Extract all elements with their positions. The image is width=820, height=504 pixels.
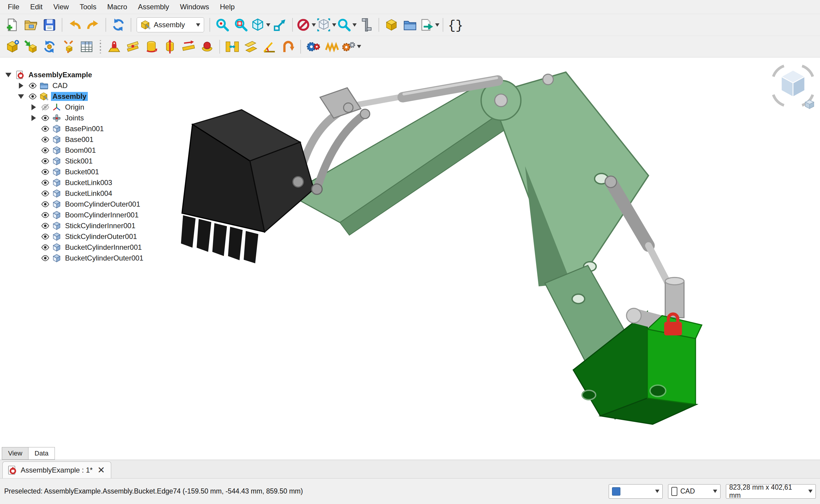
menu-help[interactable]: Help [215,0,240,14]
tree-item-document[interactable]: AssemblyExample [4,69,145,80]
tree-item-cad[interactable]: CAD [4,80,145,91]
joint-revolute-button[interactable] [142,38,160,56]
exploded-view-button[interactable] [59,38,77,56]
tree-item-base001[interactable]: Base001 [4,134,145,145]
export-link-button[interactable] [420,16,439,34]
create-group-button[interactable] [401,16,419,34]
tree-item-boomcylinderinner001[interactable]: BoomCylinderInner001 [4,210,145,220]
joint-slider-button[interactable] [179,38,197,56]
visibility-eye-icon[interactable] [41,200,50,209]
joint-perpendicular-button[interactable] [279,38,297,56]
tree-item-bucketlink003[interactable]: BucketLink003 [4,177,145,188]
expand-arrow-icon[interactable] [29,113,38,123]
visibility-eye-icon[interactable] [41,178,50,187]
solve-assembly-button[interactable] [40,38,58,56]
tree-item-bucket001[interactable]: Bucket001 [4,167,145,177]
zoom-fit-all-button[interactable] [214,16,232,34]
navcube-mini-cube[interactable] [805,100,814,108]
visibility-eye-icon[interactable] [41,221,50,230]
tree-item-joints[interactable]: Joints [4,113,145,123]
tree-item-boomcylinderouter001[interactable]: BoomCylinderOuter001 [4,199,145,210]
measure-button[interactable] [357,16,375,34]
tree-item-bucketlink004[interactable]: BucketLink004 [4,188,145,199]
joint-parallel-button[interactable] [242,38,260,56]
expand-arrow-icon[interactable] [16,81,26,90]
refresh-button[interactable] [109,16,127,34]
grounded-lock-badge[interactable] [664,322,682,335]
toggle-grounded-button[interactable] [105,38,123,56]
tree-item-assembly[interactable]: Assembly [4,91,145,102]
expand-arrow-icon[interactable] [4,70,13,80]
tree-item-stick001[interactable]: Stick001 [4,156,145,167]
visibility-eye-icon[interactable] [41,243,50,252]
joint-gear-belt-button[interactable] [341,38,361,56]
visibility-eye-icon[interactable] [28,92,37,101]
tree-item-bucketcylinderouter001[interactable]: BucketCylinderOuter001 [4,253,145,264]
redo-button[interactable] [84,16,102,34]
tree-item-origin[interactable]: Origin [4,102,145,113]
menu-file[interactable]: File [2,0,25,14]
visibility-eye-icon[interactable] [41,189,50,198]
viewport-size-combo[interactable]: 823,28 mm x 402,61 mm [726,484,816,499]
selection-box-button[interactable] [317,16,336,34]
save-document-button[interactable] [40,16,58,34]
visibility-eye-off-icon[interactable] [41,103,50,112]
tree-item-stickcylinderouter001[interactable]: StickCylinderOuter001 [4,231,145,242]
boom-plate-mesh[interactable] [481,72,648,300]
joint-ball-button[interactable] [198,38,216,56]
visibility-eye-icon[interactable] [41,124,50,133]
joint-rack-pinion-button[interactable] [323,38,341,56]
visibility-eye-icon[interactable] [41,157,50,166]
toolbar-drag-handle[interactable] [99,40,102,53]
sync-view-button[interactable] [271,16,289,34]
visibility-eye-icon[interactable] [41,232,50,241]
origin-icon [52,103,61,112]
workbench-selector[interactable]: Assembly [137,17,204,32]
tree-item-boom001[interactable]: Boom001 [4,145,145,156]
macro-braces-button[interactable]: {} [447,16,465,34]
navigation-style-combo[interactable] [609,484,663,499]
expand-arrow-icon[interactable] [16,92,26,101]
zoom-tools-button[interactable] [337,16,357,34]
part-icon [52,124,61,133]
visibility-eye-icon[interactable] [41,167,50,176]
menu-view[interactable]: View [48,0,74,14]
undo-button[interactable] [66,16,84,34]
visibility-eye-icon[interactable] [41,135,50,144]
document-tab[interactable]: AssemblyExample : 1* ✕ [2,461,111,478]
joint-angle-button[interactable] [261,38,279,56]
visibility-eye-icon[interactable] [28,81,37,90]
visibility-eye-icon[interactable] [41,146,50,155]
joint-slider-icon [181,40,196,54]
new-document-button[interactable] [3,16,21,34]
menu-macro[interactable]: Macro [102,0,133,14]
menu-edit[interactable]: Edit [25,0,48,14]
close-icon[interactable]: ✕ [96,466,106,475]
create-assembly-button[interactable] [3,38,21,56]
navigation-cube[interactable] [769,62,817,110]
tree-item-stickcylinderinner001[interactable]: StickCylinderInner001 [4,220,145,231]
menu-tools[interactable]: Tools [74,0,102,14]
axonometric-view-button[interactable] [251,16,270,34]
open-document-button[interactable] [22,16,40,34]
tree-item-basepin001[interactable]: BasePin001 [4,123,145,134]
bill-of-materials-button[interactable] [78,38,96,56]
draw-style-button[interactable] [296,16,316,34]
visibility-eye-icon[interactable] [41,113,50,122]
tab-view[interactable]: View [2,447,28,460]
joint-distance-button[interactable] [223,38,241,56]
unit-system-combo[interactable]: CAD [668,484,721,499]
menu-assembly[interactable]: Assembly [132,0,174,14]
joint-fixed-button[interactable] [124,38,142,56]
zoom-selection-button[interactable] [232,16,250,34]
tree-item-bucketcylinderinner001[interactable]: BucketCylinderInner001 [4,242,145,253]
visibility-eye-icon[interactable] [41,211,50,220]
insert-component-button[interactable] [22,38,40,56]
visibility-eye-icon[interactable] [41,254,50,263]
menu-windows[interactable]: Windows [174,0,214,14]
tab-data[interactable]: Data [28,447,55,460]
joint-cylindrical-button[interactable] [161,38,179,56]
expand-arrow-icon[interactable] [29,102,38,112]
joint-gears-button[interactable] [304,38,322,56]
create-part-button[interactable] [382,16,400,34]
